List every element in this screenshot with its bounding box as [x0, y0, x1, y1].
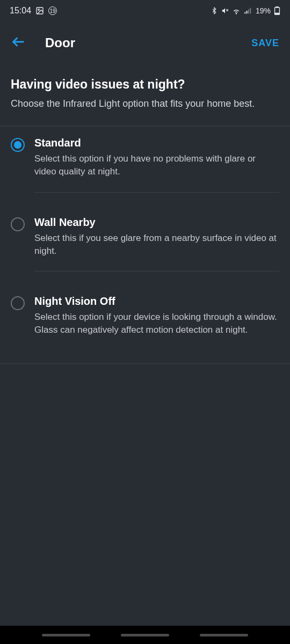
- mute-icon: [221, 7, 229, 14]
- app-bar: Door SAVE: [0, 21, 290, 64]
- content: Having video issues at night? Choose the…: [0, 64, 290, 626]
- bluetooth-icon: [211, 7, 218, 14]
- status-right: 19%: [211, 6, 280, 15]
- svg-rect-10: [276, 6, 278, 8]
- option-body: Wall Nearby Select this if you see glare…: [34, 216, 279, 272]
- page-title: Door: [45, 35, 251, 50]
- option-body: Night Vision Off Select this option if y…: [34, 295, 279, 350]
- radio-button[interactable]: [11, 217, 25, 231]
- radio-button[interactable]: [11, 138, 25, 152]
- svg-rect-11: [275, 13, 279, 14]
- option-desc: Select this if you see glare from a near…: [34, 232, 279, 258]
- option-desc: Select this option if you have no proble…: [34, 152, 279, 178]
- notification-badge: 19: [48, 6, 57, 15]
- back-button[interactable]: [11, 34, 32, 52]
- radio-button[interactable]: [11, 296, 25, 310]
- option-desc: Select this option if your device is loo…: [34, 311, 279, 336]
- nav-home[interactable]: [121, 634, 169, 636]
- status-time: 15:04: [10, 6, 31, 16]
- svg-rect-7: [248, 9, 249, 13]
- option-wall-nearby[interactable]: Wall Nearby Select this if you see glare…: [0, 206, 290, 285]
- arrow-left-icon: [11, 34, 26, 52]
- intro-title: Having video issues at night?: [11, 77, 279, 92]
- status-left: 15:04 19: [10, 6, 57, 16]
- nav-recents[interactable]: [42, 634, 90, 636]
- svg-point-4: [236, 13, 236, 14]
- status-bar: 15:04 19 19%: [0, 0, 290, 21]
- battery-text: 19%: [256, 6, 271, 15]
- intro-subtitle: Choose the Infrared Light option that fi…: [11, 97, 279, 111]
- svg-rect-8: [250, 8, 251, 14]
- system-nav-bar: [0, 626, 290, 644]
- svg-point-1: [38, 9, 40, 11]
- options-list: Standard Select this option if you have …: [0, 126, 290, 364]
- svg-rect-5: [244, 12, 245, 14]
- nav-back[interactable]: [200, 634, 248, 636]
- option-title: Night Vision Off: [34, 295, 279, 308]
- option-night-vision-off[interactable]: Night Vision Off Select this option if y…: [0, 284, 290, 363]
- signal-icon: [244, 6, 252, 15]
- wifi-icon: [232, 6, 241, 15]
- option-body: Standard Select this option if you have …: [34, 137, 279, 193]
- svg-rect-6: [247, 11, 248, 13]
- battery-icon: [274, 6, 280, 15]
- image-icon: [35, 6, 44, 15]
- option-title: Wall Nearby: [34, 216, 279, 229]
- intro-section: Having video issues at night? Choose the…: [0, 64, 290, 126]
- save-button[interactable]: SAVE: [251, 38, 279, 49]
- option-title: Standard: [34, 137, 279, 149]
- option-standard[interactable]: Standard Select this option if you have …: [0, 126, 290, 206]
